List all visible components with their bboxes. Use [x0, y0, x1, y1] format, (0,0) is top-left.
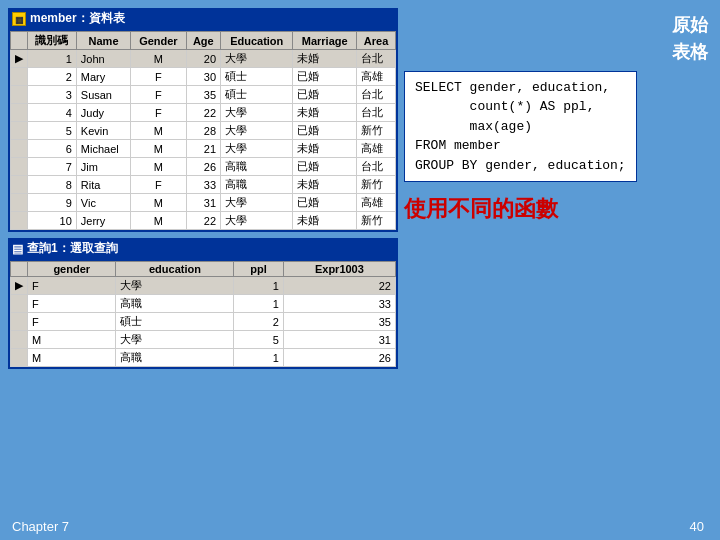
cell-gender: M	[131, 50, 186, 68]
cell-marriage: 未婚	[293, 50, 357, 68]
row-arrow	[11, 86, 28, 104]
cell-area: 台北	[357, 158, 396, 176]
cell-marriage: 已婚	[293, 122, 357, 140]
col-indicator2	[11, 262, 28, 277]
cell-education: 大學	[221, 212, 293, 230]
cell-age: 33	[186, 176, 221, 194]
cell-name: Vic	[76, 194, 131, 212]
row-arrow: ▶	[11, 277, 28, 295]
cell-age: 21	[186, 140, 221, 158]
row-arrow	[11, 140, 28, 158]
cell-education: 大學	[116, 331, 234, 349]
query-icon: ▤	[12, 242, 23, 256]
cell-age: 22	[186, 104, 221, 122]
table-row: 10 Jerry M 22 大學 未婚 新竹	[11, 212, 396, 230]
cell-ppl: 1	[234, 277, 283, 295]
page-number: 40	[690, 519, 704, 534]
table-row: 3 Susan F 35 碩士 已婚 台北	[11, 86, 396, 104]
cell-gender: M	[131, 158, 186, 176]
col-gender: Gender	[131, 32, 186, 50]
cell-education: 碩士	[221, 68, 293, 86]
right-panel: 原始 表格 SELECT gender, education, count(*)…	[404, 8, 712, 532]
cell-education: 大學	[116, 277, 234, 295]
chinese-label: 使用不同的函數	[404, 194, 558, 224]
col-name: Name	[76, 32, 131, 50]
table-row: 8 Rita F 33 高職 未婚 新竹	[11, 176, 396, 194]
cell-area: 高雄	[357, 140, 396, 158]
cell-name: Rita	[76, 176, 131, 194]
table-row: 9 Vic M 31 大學 已婚 高雄	[11, 194, 396, 212]
cell-ppl: 5	[234, 331, 283, 349]
cell-education: 碩士	[221, 86, 293, 104]
cell-age: 30	[186, 68, 221, 86]
table-row: F 高職 1 33	[11, 295, 396, 313]
cell-id: 4	[28, 104, 77, 122]
cell-area: 高雄	[357, 194, 396, 212]
cell-marriage: 未婚	[293, 104, 357, 122]
table-row: M 高職 1 26	[11, 349, 396, 367]
cell-marriage: 未婚	[293, 176, 357, 194]
cell-age: 35	[186, 86, 221, 104]
row-arrow	[11, 349, 28, 367]
member-title: member：資料表	[30, 10, 125, 27]
qcol-expr: Expr1003	[283, 262, 395, 277]
member-table: 識別碼 Name Gender Age Education Marriage A…	[10, 31, 396, 230]
cell-gender: F	[131, 86, 186, 104]
col-id: 識別碼	[28, 32, 77, 50]
cell-id: 1	[28, 50, 77, 68]
table-row: 5 Kevin M 28 大學 已婚 新竹	[11, 122, 396, 140]
cell-gender: M	[28, 331, 116, 349]
cell-name: Judy	[76, 104, 131, 122]
table-row: 4 Judy F 22 大學 未婚 台北	[11, 104, 396, 122]
col-age: Age	[186, 32, 221, 50]
label-line1: 原始	[668, 12, 712, 39]
cell-gender: F	[131, 104, 186, 122]
cell-id: 2	[28, 68, 77, 86]
cell-ppl: 1	[234, 349, 283, 367]
cell-gender: M	[131, 212, 186, 230]
cell-expr: 35	[283, 313, 395, 331]
cell-gender: M	[28, 349, 116, 367]
member-header-row: 識別碼 Name Gender Age Education Marriage A…	[11, 32, 396, 50]
cell-marriage: 未婚	[293, 212, 357, 230]
col-education: Education	[221, 32, 293, 50]
cell-area: 台北	[357, 50, 396, 68]
cell-gender: F	[28, 295, 116, 313]
cell-education: 碩士	[116, 313, 234, 331]
cell-area: 新竹	[357, 176, 396, 194]
query-table: gender education ppl Expr1003 ▶ F 大學 1 2…	[10, 261, 396, 367]
cell-name: Michael	[76, 140, 131, 158]
cell-education: 大學	[221, 50, 293, 68]
table-row: ▶ 1 John M 20 大學 未婚 台北	[11, 50, 396, 68]
cell-gender: M	[131, 122, 186, 140]
original-table-label: 原始 表格	[668, 12, 712, 67]
col-indicator	[11, 32, 28, 50]
table-row: 2 Mary F 30 碩士 已婚 高雄	[11, 68, 396, 86]
cell-name: Kevin	[76, 122, 131, 140]
row-arrow: ▶	[11, 50, 28, 68]
cell-age: 26	[186, 158, 221, 176]
cell-marriage: 已婚	[293, 68, 357, 86]
cell-id: 8	[28, 176, 77, 194]
cell-ppl: 1	[234, 295, 283, 313]
cell-expr: 31	[283, 331, 395, 349]
cell-name: Jim	[76, 158, 131, 176]
cell-gender: F	[28, 277, 116, 295]
row-arrow	[11, 122, 28, 140]
member-table-wrapper: 識別碼 Name Gender Age Education Marriage A…	[8, 29, 398, 232]
cell-education: 大學	[221, 194, 293, 212]
query-header-row: gender education ppl Expr1003	[11, 262, 396, 277]
cell-area: 高雄	[357, 68, 396, 86]
row-arrow	[11, 104, 28, 122]
qcol-education: education	[116, 262, 234, 277]
cell-education: 高職	[116, 295, 234, 313]
cell-education: 高職	[116, 349, 234, 367]
row-arrow	[11, 331, 28, 349]
table-row: ▶ F 大學 1 22	[11, 277, 396, 295]
cell-name: John	[76, 50, 131, 68]
cell-marriage: 已婚	[293, 194, 357, 212]
cell-education: 高職	[221, 176, 293, 194]
cell-education: 大學	[221, 140, 293, 158]
cell-age: 28	[186, 122, 221, 140]
query-titlebar: ▤ 查詢1：選取查詢	[8, 238, 398, 259]
